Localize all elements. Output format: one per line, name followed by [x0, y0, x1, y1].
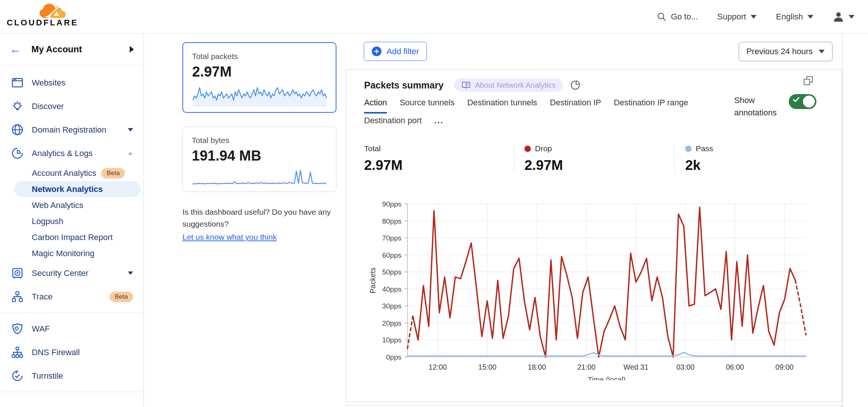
tab-destination-tunnels[interactable]: Destination tunnels	[467, 98, 537, 114]
drop-legend-dot	[524, 146, 531, 152]
feedback-link[interactable]: Let us know what you think	[182, 231, 277, 243]
sidebar-divider	[0, 392, 144, 392]
cloudflare-logo[interactable]: CLOUDFLARE	[7, 2, 70, 31]
sidebar-item-waf[interactable]: WAF	[0, 317, 144, 341]
card-label: Total bytes	[192, 136, 327, 145]
bytes-sparkline	[192, 168, 327, 187]
chevron-down-icon	[807, 15, 813, 19]
stat-value: 2.97M	[524, 158, 674, 173]
sidebar-item-discover[interactable]: Discover	[0, 94, 144, 118]
total-bytes-card[interactable]: Total bytes 191.94 MB	[182, 127, 336, 192]
sidebar-item-web-analytics[interactable]: Web Analytics	[0, 197, 144, 213]
browser-icon	[11, 77, 24, 89]
sidebar-item-websites[interactable]: Websites	[0, 71, 144, 94]
chevron-up-icon	[128, 152, 133, 155]
sidebar-item-label: Logpush	[32, 217, 63, 226]
expand-panel-button[interactable]	[803, 75, 813, 87]
support-label: Support	[717, 12, 746, 22]
svg-text:80pps: 80pps	[382, 217, 401, 225]
tab-destination-ip-range[interactable]: Destination IP range	[614, 98, 688, 114]
back-arrow-icon[interactable]: ←	[10, 44, 21, 55]
sidebar-item-dns-firewall[interactable]: DNS Firewall	[0, 341, 144, 364]
sidebar-item-magic-monitoring[interactable]: Magic Monitoring	[0, 245, 144, 261]
support-menu[interactable]: Support	[717, 12, 757, 22]
safe-icon	[11, 267, 24, 279]
sidebar-item-label: Magic Monitoring	[32, 249, 95, 258]
sidebar-item-network-analytics[interactable]: Network Analytics	[14, 181, 141, 197]
chevron-right-icon[interactable]	[130, 46, 134, 53]
card-label: Total packets	[192, 52, 327, 61]
goto-search[interactable]: Go to...	[657, 12, 698, 22]
card-value: 191.94 MB	[192, 148, 327, 164]
expand-icon	[803, 75, 813, 86]
shield-gear-icon	[11, 323, 24, 335]
panel-header: Packets summary About Network Analytics	[346, 69, 842, 92]
stat-value: 2k	[685, 158, 831, 173]
globe-icon	[11, 124, 24, 136]
tab-action[interactable]: Action	[364, 98, 387, 114]
summary-cards-column: Total packets 2.97M Total bytes 191.94 M…	[182, 42, 336, 243]
pie-chart-button[interactable]	[570, 80, 580, 90]
svg-text:30pps: 30pps	[382, 302, 401, 310]
total-packets-card[interactable]: Total packets 2.97M	[182, 42, 336, 113]
toggle-knob	[803, 96, 815, 108]
beta-badge: Beta	[101, 168, 125, 178]
sidebar-item-account-analytics[interactable]: Account Analytics Beta	[0, 165, 144, 181]
annotations-toggle[interactable]	[789, 94, 816, 109]
svg-text:06:00: 06:00	[726, 363, 744, 371]
svg-text:12:00: 12:00	[429, 363, 447, 371]
sidebar-item-label: DNS Firewall	[32, 348, 133, 357]
time-range-select[interactable]: Previous 24 hours	[739, 42, 832, 61]
add-filter-label: Add filter	[387, 47, 419, 56]
packets-summary-panel: Packets summary About Network Analytics	[346, 69, 842, 402]
search-icon	[657, 12, 667, 22]
sidebar-item-turnstile[interactable]: Turnstile	[0, 364, 144, 388]
sidebar-item-logpush[interactable]: Logpush	[0, 213, 144, 229]
packets-time-series-chart: 0pps10pps20pps30pps40pps50pps60pps70pps8…	[364, 197, 828, 380]
chevron-down-icon	[128, 128, 133, 131]
account-menu[interactable]	[833, 11, 855, 22]
svg-text:Time (local): Time (local)	[588, 376, 625, 380]
svg-text:Wed 31: Wed 31	[624, 363, 649, 371]
hierarchy-icon	[11, 346, 24, 358]
sidebar-item-carbon-impact-report[interactable]: Carbon Impact Report	[0, 229, 144, 245]
card-value: 2.97M	[192, 64, 327, 80]
tabs-overflow-button[interactable]: ...	[434, 116, 443, 131]
sidebar: ← My Account Websites Discover	[0, 34, 144, 407]
svg-text:0pps: 0pps	[386, 353, 401, 361]
svg-text:Packets: Packets	[369, 267, 377, 293]
panel-title: Packets summary	[364, 80, 444, 91]
stat-label: Pass	[696, 144, 713, 153]
svg-text:03:00: 03:00	[676, 363, 695, 371]
svg-text:18:00: 18:00	[528, 363, 546, 371]
sidebar-item-label: WAF	[32, 324, 133, 334]
chevron-down-icon	[751, 15, 757, 19]
pie-chart-icon	[570, 80, 580, 90]
stat-value: 2.97M	[364, 158, 514, 173]
language-menu[interactable]: English	[776, 12, 813, 22]
sidebar-item-label: Trace	[32, 292, 104, 302]
top-bar: CLOUDFLARE Go to... Support English	[0, 0, 868, 34]
total-stat: Total 2.97M	[364, 143, 514, 173]
sidebar-item-domain-registration[interactable]: Domain Registration	[0, 118, 144, 142]
sidebar-item-analytics-logs[interactable]: Analytics & Logs	[0, 142, 144, 165]
about-network-analytics-badge[interactable]: About Network Analytics	[454, 78, 563, 92]
svg-text:50pps: 50pps	[382, 268, 401, 276]
stat-label: Drop	[535, 144, 552, 153]
sidebar-item-label: Analytics & Logs	[32, 149, 128, 158]
annotations-label: Show annotations	[734, 94, 779, 119]
sidebar-item-label: Carbon Impact Report	[32, 233, 113, 242]
sidebar-item-label: Security Center	[32, 268, 128, 278]
lightbulb-icon	[11, 100, 24, 112]
sidebar-item-security-center[interactable]: Security Center	[0, 261, 144, 285]
svg-text:09:00: 09:00	[775, 363, 794, 371]
add-filter-button[interactable]: Add filter	[364, 42, 427, 61]
chevron-down-icon	[819, 50, 825, 53]
cloudflare-wordmark: CLOUDFLARE	[7, 18, 79, 28]
tab-destination-ip[interactable]: Destination IP	[550, 98, 601, 114]
sidebar-item-trace[interactable]: Trace Beta	[0, 285, 144, 308]
plus-circle-icon	[372, 46, 382, 56]
chevron-down-icon	[128, 271, 133, 275]
tab-destination-port[interactable]: Destination port	[364, 116, 422, 131]
tab-source-tunnels[interactable]: Source tunnels	[400, 98, 455, 114]
